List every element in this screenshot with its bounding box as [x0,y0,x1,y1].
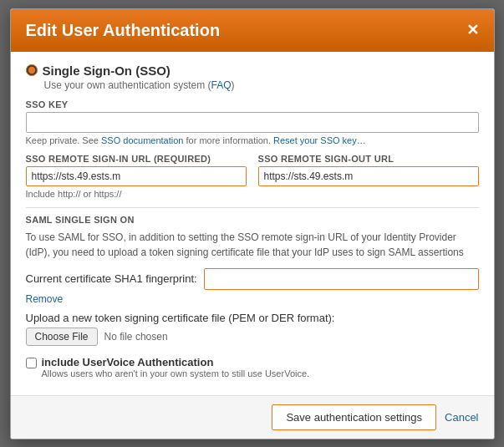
upload-label: Upload a new token signing certificate f… [26,312,479,324]
sso-subtitle: Use your own authentication system (FAQ) [44,79,479,91]
uservoice-checkbox[interactable] [26,358,37,368]
sso-key-hint: Keep private. See SSO documentation for … [26,135,479,145]
hint-prefix: Keep private. See [26,135,102,145]
uservoice-sublabel: Allows users who aren't in your own syst… [42,368,310,378]
sign-in-url-label: SSO REMOTE SIGN-IN URL (REQUIRED) [26,154,247,164]
sign-out-url-input[interactable] [258,166,479,186]
modal-header: Edit User Authentication ✕ [11,9,494,52]
sign-in-url-input[interactable] [26,166,247,186]
modal-footer: Save authentication settings Cancel [11,395,494,439]
cert-label: Current certificate SHA1 fingerprint: [26,272,197,285]
url-fields-row: SSO REMOTE SIGN-IN URL (REQUIRED) Includ… [26,154,479,199]
file-row: Choose File No file chosen [26,328,479,346]
cert-input[interactable] [204,268,479,290]
sso-radio-label: Single Sign-On (SSO) [43,63,171,78]
sign-out-url-group: SSO REMOTE SIGN-OUT URL [258,154,479,199]
faq-link[interactable]: FAQ [211,79,232,91]
modal-overlay: Edit User Authentication ✕ Single Sign-O… [0,0,504,447]
reset-link[interactable]: Reset your SSO key… [273,135,366,145]
sso-key-label: SSO KEY [26,99,479,109]
saml-title: SAML SINGLE SIGN ON [26,207,479,225]
cert-row: Current certificate SHA1 fingerprint: [26,268,479,290]
hint-mid: for more information. [183,135,273,145]
sign-in-url-group: SSO REMOTE SIGN-IN URL (REQUIRED) Includ… [26,154,247,199]
sso-key-input[interactable] [26,112,479,133]
modal-body: Single Sign-On (SSO) Use your own authen… [11,52,494,395]
no-file-text: No file chosen [104,331,168,343]
subtitle-text-end: ) [232,79,235,91]
sso-doc-link[interactable]: SSO documentation [101,135,183,145]
uservoice-label-wrap: include UserVoice Authentication Allows … [42,356,310,378]
remove-link[interactable]: Remove [26,293,479,305]
upload-section: Upload a new token signing certificate f… [26,312,479,346]
sign-out-url-label: SSO REMOTE SIGN-OUT URL [258,154,479,164]
save-button[interactable]: Save authentication settings [272,404,436,430]
cancel-button[interactable]: Cancel [445,411,478,424]
sign-in-hint: Include http:// or https:// [26,189,247,199]
close-button[interactable]: ✕ [466,23,479,38]
modal-title: Edit User Authentication [26,21,221,40]
choose-file-button[interactable]: Choose File [26,328,98,346]
sso-radio[interactable] [26,64,38,76]
saml-description: To use SAML for SSO, in addition to sett… [26,230,479,260]
uservoice-checkbox-row: include UserVoice Authentication Allows … [26,356,479,378]
sso-key-group: SSO KEY Keep private. See SSO documentat… [26,99,479,145]
sso-radio-row: Single Sign-On (SSO) [26,63,479,78]
modal: Edit User Authentication ✕ Single Sign-O… [10,8,495,439]
subtitle-text-prefix: Use your own authentication system ( [44,79,211,91]
uservoice-label: include UserVoice Authentication [42,356,214,368]
